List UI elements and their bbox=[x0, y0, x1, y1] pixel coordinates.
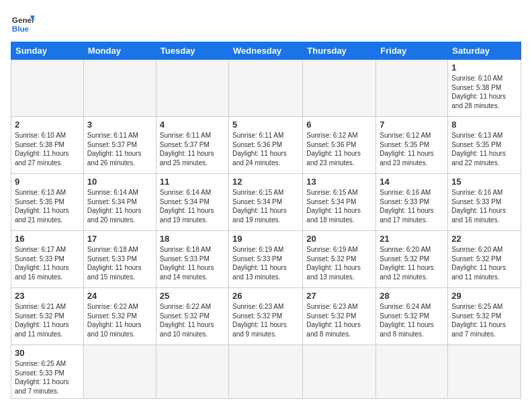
calendar-header-friday: Friday bbox=[376, 42, 448, 60]
day-number: 13 bbox=[306, 177, 372, 187]
day-number: 4 bbox=[160, 120, 225, 130]
svg-text:Blue: Blue bbox=[12, 24, 30, 33]
calendar-cell: 29Sunrise: 6:25 AM Sunset: 5:32 PM Dayli… bbox=[448, 288, 521, 345]
calendar-cell: 5Sunrise: 6:11 AM Sunset: 5:36 PM Daylig… bbox=[229, 117, 303, 174]
day-info: Sunrise: 6:20 AM Sunset: 5:32 PM Dayligh… bbox=[380, 245, 444, 281]
day-info: Sunrise: 6:24 AM Sunset: 5:32 PM Dayligh… bbox=[380, 302, 444, 338]
calendar-header-thursday: Thursday bbox=[303, 42, 376, 60]
day-number: 6 bbox=[306, 120, 372, 130]
calendar-cell: 12Sunrise: 6:15 AM Sunset: 5:34 PM Dayli… bbox=[229, 174, 303, 231]
day-info: Sunrise: 6:23 AM Sunset: 5:32 PM Dayligh… bbox=[232, 302, 299, 338]
calendar-cell bbox=[229, 345, 303, 399]
calendar-week-row: 23Sunrise: 6:21 AM Sunset: 5:32 PM Dayli… bbox=[11, 288, 521, 345]
day-info: Sunrise: 6:11 AM Sunset: 5:36 PM Dayligh… bbox=[232, 131, 299, 167]
day-info: Sunrise: 6:20 AM Sunset: 5:32 PM Dayligh… bbox=[451, 245, 517, 281]
day-info: Sunrise: 6:25 AM Sunset: 5:33 PM Dayligh… bbox=[15, 359, 80, 396]
calendar-cell: 20Sunrise: 6:19 AM Sunset: 5:32 PM Dayli… bbox=[303, 231, 376, 288]
day-info: Sunrise: 6:14 AM Sunset: 5:34 PM Dayligh… bbox=[160, 188, 225, 224]
day-number: 5 bbox=[232, 120, 299, 130]
calendar-cell: 22Sunrise: 6:20 AM Sunset: 5:32 PM Dayli… bbox=[448, 231, 521, 288]
day-info: Sunrise: 6:18 AM Sunset: 5:33 PM Dayligh… bbox=[160, 245, 225, 281]
calendar-cell bbox=[376, 345, 448, 399]
calendar-cell: 10Sunrise: 6:14 AM Sunset: 5:34 PM Dayli… bbox=[83, 174, 156, 231]
calendar-cell: 30Sunrise: 6:25 AM Sunset: 5:33 PM Dayli… bbox=[11, 345, 84, 399]
day-number: 9 bbox=[15, 177, 80, 187]
page-header: General Blue bbox=[11, 11, 521, 35]
calendar-cell: 4Sunrise: 6:11 AM Sunset: 5:37 PM Daylig… bbox=[156, 117, 228, 174]
day-info: Sunrise: 6:12 AM Sunset: 5:36 PM Dayligh… bbox=[306, 131, 372, 167]
day-number: 3 bbox=[87, 120, 152, 130]
calendar-cell bbox=[83, 60, 156, 117]
calendar-cell: 23Sunrise: 6:21 AM Sunset: 5:32 PM Dayli… bbox=[11, 288, 84, 345]
calendar-header-monday: Monday bbox=[83, 42, 156, 60]
day-info: Sunrise: 6:21 AM Sunset: 5:32 PM Dayligh… bbox=[15, 302, 80, 338]
calendar-cell: 3Sunrise: 6:11 AM Sunset: 5:37 PM Daylig… bbox=[83, 117, 156, 174]
day-info: Sunrise: 6:22 AM Sunset: 5:32 PM Dayligh… bbox=[160, 302, 225, 338]
day-number: 11 bbox=[160, 177, 225, 187]
calendar-cell bbox=[229, 60, 303, 117]
calendar-cell bbox=[448, 345, 521, 399]
day-info: Sunrise: 6:15 AM Sunset: 5:34 PM Dayligh… bbox=[232, 188, 299, 224]
day-info: Sunrise: 6:16 AM Sunset: 5:33 PM Dayligh… bbox=[451, 188, 517, 224]
day-number: 30 bbox=[15, 348, 80, 358]
day-number: 16 bbox=[15, 234, 80, 244]
calendar-cell: 8Sunrise: 6:13 AM Sunset: 5:35 PM Daylig… bbox=[448, 117, 521, 174]
calendar-cell: 14Sunrise: 6:16 AM Sunset: 5:33 PM Dayli… bbox=[376, 174, 448, 231]
calendar-cell bbox=[156, 345, 228, 399]
day-info: Sunrise: 6:11 AM Sunset: 5:37 PM Dayligh… bbox=[160, 131, 225, 167]
calendar-week-row: 1Sunrise: 6:10 AM Sunset: 5:38 PM Daylig… bbox=[11, 60, 521, 117]
day-number: 20 bbox=[306, 234, 372, 244]
day-number: 19 bbox=[232, 234, 299, 244]
calendar-cell: 25Sunrise: 6:22 AM Sunset: 5:32 PM Dayli… bbox=[156, 288, 228, 345]
day-info: Sunrise: 6:13 AM Sunset: 5:35 PM Dayligh… bbox=[451, 131, 517, 167]
calendar-cell: 2Sunrise: 6:10 AM Sunset: 5:38 PM Daylig… bbox=[11, 117, 84, 174]
day-number: 29 bbox=[451, 291, 517, 301]
day-number: 2 bbox=[15, 120, 80, 130]
calendar-cell: 18Sunrise: 6:18 AM Sunset: 5:33 PM Dayli… bbox=[156, 231, 228, 288]
day-number: 17 bbox=[87, 234, 152, 244]
day-info: Sunrise: 6:18 AM Sunset: 5:33 PM Dayligh… bbox=[87, 245, 152, 281]
day-info: Sunrise: 6:25 AM Sunset: 5:32 PM Dayligh… bbox=[451, 302, 517, 338]
day-info: Sunrise: 6:17 AM Sunset: 5:33 PM Dayligh… bbox=[15, 245, 80, 281]
calendar-cell bbox=[83, 345, 156, 399]
logo: General Blue bbox=[11, 11, 35, 35]
day-info: Sunrise: 6:11 AM Sunset: 5:37 PM Dayligh… bbox=[87, 131, 152, 167]
calendar-cell: 6Sunrise: 6:12 AM Sunset: 5:36 PM Daylig… bbox=[303, 117, 376, 174]
calendar-cell bbox=[156, 60, 228, 117]
calendar-cell: 16Sunrise: 6:17 AM Sunset: 5:33 PM Dayli… bbox=[11, 231, 84, 288]
day-info: Sunrise: 6:15 AM Sunset: 5:34 PM Dayligh… bbox=[306, 188, 372, 224]
calendar-table: SundayMondayTuesdayWednesdayThursdayFrid… bbox=[11, 42, 521, 399]
day-number: 12 bbox=[232, 177, 299, 187]
logo-icon: General Blue bbox=[11, 11, 35, 35]
calendar-week-row: 30Sunrise: 6:25 AM Sunset: 5:33 PM Dayli… bbox=[11, 345, 521, 399]
day-number: 27 bbox=[306, 291, 372, 301]
day-number: 1 bbox=[451, 62, 517, 73]
calendar-week-row: 16Sunrise: 6:17 AM Sunset: 5:33 PM Dayli… bbox=[11, 231, 521, 288]
calendar-cell: 7Sunrise: 6:12 AM Sunset: 5:35 PM Daylig… bbox=[376, 117, 448, 174]
calendar-week-row: 9Sunrise: 6:13 AM Sunset: 5:35 PM Daylig… bbox=[11, 174, 521, 231]
calendar-week-row: 2Sunrise: 6:10 AM Sunset: 5:38 PM Daylig… bbox=[11, 117, 521, 174]
calendar-cell bbox=[11, 60, 84, 117]
calendar-cell bbox=[303, 60, 376, 117]
day-info: Sunrise: 6:22 AM Sunset: 5:32 PM Dayligh… bbox=[87, 302, 152, 338]
calendar-cell: 21Sunrise: 6:20 AM Sunset: 5:32 PM Dayli… bbox=[376, 231, 448, 288]
day-info: Sunrise: 6:10 AM Sunset: 5:38 PM Dayligh… bbox=[15, 131, 80, 167]
day-number: 21 bbox=[380, 234, 444, 244]
calendar-cell: 24Sunrise: 6:22 AM Sunset: 5:32 PM Dayli… bbox=[83, 288, 156, 345]
day-info: Sunrise: 6:14 AM Sunset: 5:34 PM Dayligh… bbox=[87, 188, 152, 224]
day-info: Sunrise: 6:23 AM Sunset: 5:32 PM Dayligh… bbox=[306, 302, 372, 338]
day-number: 8 bbox=[451, 120, 517, 130]
day-number: 28 bbox=[380, 291, 444, 301]
calendar-cell bbox=[303, 345, 376, 399]
calendar-header-wednesday: Wednesday bbox=[229, 42, 303, 60]
day-info: Sunrise: 6:13 AM Sunset: 5:35 PM Dayligh… bbox=[15, 188, 80, 224]
calendar-header-saturday: Saturday bbox=[448, 42, 521, 60]
day-number: 7 bbox=[380, 120, 444, 130]
day-info: Sunrise: 6:12 AM Sunset: 5:35 PM Dayligh… bbox=[380, 131, 444, 167]
day-info: Sunrise: 6:16 AM Sunset: 5:33 PM Dayligh… bbox=[380, 188, 444, 224]
day-info: Sunrise: 6:19 AM Sunset: 5:32 PM Dayligh… bbox=[306, 245, 372, 281]
day-number: 24 bbox=[87, 291, 152, 301]
day-number: 25 bbox=[160, 291, 225, 301]
calendar-cell: 11Sunrise: 6:14 AM Sunset: 5:34 PM Dayli… bbox=[156, 174, 228, 231]
day-number: 10 bbox=[87, 177, 152, 187]
